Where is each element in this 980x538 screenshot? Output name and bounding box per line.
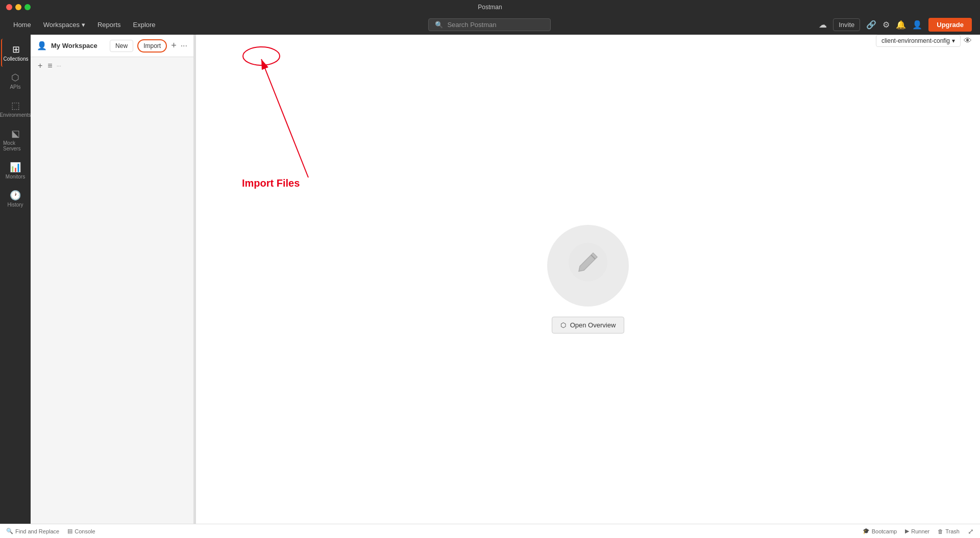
sidebar-label-history: History	[7, 202, 23, 208]
environments-icon: ⬚	[11, 100, 20, 111]
avatar-icon[interactable]: 👤	[912, 20, 922, 30]
history-icon: 🕐	[10, 190, 21, 201]
eye-icon[interactable]: 👁	[964, 36, 972, 45]
bottom-bar: 🔍 Find and Replace ▤ Console 🎓 Bootcamp …	[0, 524, 980, 538]
topnav: Home Workspaces ▾ Reports Explore 🔍 Sear…	[0, 14, 980, 35]
upgrade-button[interactable]: Upgrade	[928, 18, 972, 32]
link-icon[interactable]: 🔗	[866, 20, 876, 30]
find-replace-label: Find and Replace	[15, 528, 59, 534]
sidebar-item-history[interactable]: 🕐 History	[1, 185, 30, 213]
import-button[interactable]: Import	[137, 39, 167, 53]
sync-icon[interactable]: ☁	[819, 20, 827, 30]
trash-icon: 🗑	[938, 528, 943, 534]
sidebar-item-mock-servers[interactable]: ⬕ Mock Servers	[1, 123, 30, 157]
overview-icon: ⬡	[560, 321, 566, 329]
env-name: client-environment-config	[881, 37, 950, 44]
runner-label: Runner	[911, 528, 929, 534]
add-collection-btn[interactable]: +	[37, 60, 43, 71]
search-placeholder: Search Postman	[447, 21, 496, 29]
expand-icon[interactable]: ⤢	[968, 527, 974, 535]
chevron-down-icon: ▾	[952, 37, 955, 44]
notification-icon[interactable]: 🔔	[896, 20, 906, 30]
sidebar-label-monitors: Monitors	[6, 174, 25, 180]
nav-reports[interactable]: Reports	[92, 19, 126, 31]
sidebar-label-collections: Collections	[4, 56, 29, 62]
topnav-right: ☁ Invite 🔗 ⚙ 🔔 👤 Upgrade	[819, 18, 972, 32]
workspace-user-icon: 👤	[37, 41, 47, 50]
search-bar[interactable]: 🔍 Search Postman	[428, 18, 551, 31]
topnav-center: 🔍 Search Postman	[163, 18, 817, 31]
sidebar-label-environments: Environments	[0, 112, 31, 118]
bottom-left: 🔍 Find and Replace ▤ Console	[6, 528, 95, 534]
app-title: Postman	[478, 4, 502, 11]
svg-point-2	[243, 47, 280, 65]
sidebar-label-apis: APIs	[10, 84, 20, 90]
find-replace-item[interactable]: 🔍 Find and Replace	[6, 528, 59, 534]
invite-button[interactable]: Invite	[833, 18, 860, 31]
open-overview-label: Open Overview	[570, 321, 616, 329]
console-item[interactable]: ▤ Console	[67, 528, 95, 534]
svg-line-1	[261, 59, 308, 177]
minimize-button[interactable]	[15, 4, 21, 10]
maximize-button[interactable]	[24, 4, 31, 10]
console-label: Console	[75, 528, 95, 534]
sidebar-label-mock-servers: Mock Servers	[3, 140, 28, 151]
search-icon: 🔍	[435, 21, 443, 29]
close-button[interactable]	[6, 4, 12, 10]
sidebar-item-collections[interactable]: ⊞ Collections	[1, 39, 30, 67]
env-selector[interactable]: client-environment-config ▾	[876, 35, 961, 47]
workspace-panel: 👤 My Workspace New Import + ··· + ≡ ···	[31, 35, 194, 524]
filter-btn[interactable]: ≡	[46, 60, 53, 71]
workspace-title: My Workspace	[51, 42, 106, 49]
bootcamp-icon: 🎓	[863, 528, 870, 534]
toolbar-dots: ···	[57, 63, 61, 69]
pencil-icon	[568, 242, 608, 290]
nav-explore[interactable]: Explore	[128, 19, 161, 31]
bootcamp-label: Bootcamp	[872, 528, 897, 534]
console-icon: ▤	[67, 528, 72, 534]
settings-icon[interactable]: ⚙	[883, 20, 890, 30]
empty-state-icon	[547, 225, 629, 306]
new-button[interactable]: New	[110, 40, 133, 52]
collections-icon: ⊞	[12, 44, 20, 55]
add-tab-icon[interactable]: +	[171, 40, 177, 51]
sidebar-item-monitors[interactable]: 📊 Monitors	[1, 157, 30, 185]
icon-sidebar: ⊞ Collections ⬡ APIs ⬚ Environments ⬕ Mo…	[0, 35, 31, 524]
bootcamp-item[interactable]: 🎓 Bootcamp	[863, 528, 897, 534]
sidebar-item-apis[interactable]: ⬡ APIs	[1, 67, 30, 95]
nav-home[interactable]: Home	[8, 19, 36, 31]
main-content: client-environment-config ▾ 👁 ⬡ Open Ove…	[196, 35, 980, 524]
nav-workspaces[interactable]: Workspaces ▾	[38, 19, 90, 31]
workspace-header: 👤 My Workspace New Import + ···	[31, 35, 193, 57]
titlebar: Postman	[0, 0, 980, 14]
trash-label: Trash	[945, 528, 960, 534]
runner-icon: ▶	[905, 528, 909, 534]
env-selector-area: client-environment-config ▾ 👁	[876, 35, 972, 47]
more-options-icon[interactable]: ···	[181, 41, 187, 50]
annotation-label: Import Files	[242, 177, 300, 189]
workspace-content	[31, 74, 193, 524]
sidebar-item-environments[interactable]: ⬚ Environments	[1, 95, 30, 123]
workspace-toolbar: + ≡ ···	[31, 57, 193, 74]
mock-servers-icon: ⬕	[11, 128, 20, 139]
monitors-icon: 📊	[10, 162, 21, 173]
apis-icon: ⬡	[11, 72, 19, 83]
open-overview-button[interactable]: ⬡ Open Overview	[552, 317, 625, 334]
trash-item[interactable]: 🗑 Trash	[938, 528, 960, 534]
bottom-right: 🎓 Bootcamp ▶ Runner 🗑 Trash ⤢	[863, 527, 974, 535]
find-replace-icon: 🔍	[6, 528, 13, 534]
window-controls	[6, 4, 31, 10]
runner-item[interactable]: ▶ Runner	[905, 528, 929, 534]
